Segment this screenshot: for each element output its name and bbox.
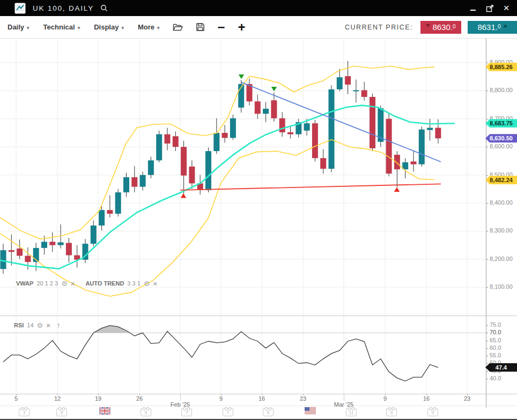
candle-body <box>230 118 236 138</box>
remove-indicator-icon[interactable]: × <box>71 281 75 287</box>
time-axis-label: 23 <box>464 395 470 402</box>
calendar-event-icon[interactable]: 5 <box>427 408 438 416</box>
chevron-down-icon: ▾ <box>157 25 160 31</box>
candle-body <box>411 161 417 164</box>
bollinger-lower-line <box>0 140 434 296</box>
minimize-icon[interactable] <box>469 4 477 12</box>
candle-body <box>1 250 6 269</box>
price-axis-tick <box>486 231 488 231</box>
candle-body <box>91 226 97 244</box>
time-axis-label: 16 <box>258 395 265 402</box>
popout-icon[interactable] <box>485 4 494 12</box>
candle-body <box>205 151 211 190</box>
vwap-indicator-label: VWAP 20 1 2 3 ⚙ × AUTO TREND 3 3 1 ⚙ × <box>16 280 157 287</box>
price-tag: 8,683.75 <box>485 119 517 128</box>
remove-indicator-icon[interactable]: × <box>46 322 50 328</box>
events-row-border <box>0 406 517 406</box>
remove-indicator-icon[interactable]: × <box>153 281 157 287</box>
price-chart-pane[interactable] <box>0 39 486 316</box>
candle-body <box>17 249 23 256</box>
price-axis-tick <box>486 147 488 147</box>
zoom-in-button[interactable]: + <box>238 22 246 33</box>
open-folder-icon[interactable] <box>173 23 183 32</box>
calendar-event-icon[interactable]: 11 <box>346 408 357 416</box>
grid-layer <box>0 39 486 316</box>
time-axis-label: 26 <box>136 395 143 402</box>
candle-body <box>386 119 392 174</box>
rsi-indicator-label: RSI 14 ⚙ × ↑ <box>14 321 61 329</box>
price-down-icon <box>426 24 430 27</box>
candle-body <box>189 167 195 183</box>
candle-body <box>345 76 351 85</box>
candle-body <box>337 77 343 89</box>
uk-flag-icon[interactable] <box>99 407 110 417</box>
current-price-panel: CURRENT PRICE: 8630.0 8631.0 <box>345 21 517 34</box>
rsi-axis-tick <box>486 356 488 356</box>
trading-chart-window: UK 100, DAILY × Daily▾ Technical▾ Displa… <box>0 0 517 420</box>
ask-price-badge: 8631.0 <box>468 21 517 34</box>
price-axis-tick <box>486 91 488 91</box>
rsi-axis-tick <box>486 371 488 372</box>
calendar-event-icon[interactable]: 7 <box>181 408 192 416</box>
gear-icon[interactable]: ⚙ <box>61 281 68 287</box>
menu-display[interactable]: Display▾ <box>94 23 124 31</box>
calendar-event-icon[interactable]: 5 <box>263 408 274 416</box>
candle-body <box>255 101 261 114</box>
current-price-label: CURRENT PRICE: <box>345 24 413 31</box>
calendar-event-icon[interactable]: 7 <box>223 408 233 416</box>
menu-technical[interactable]: Technical▾ <box>43 23 80 31</box>
time-axis-month-label: Mar '25 <box>334 401 353 408</box>
candle-body <box>115 192 121 214</box>
calendar-event-icon[interactable]: 8 <box>386 408 397 416</box>
candle-body <box>131 177 137 187</box>
title-bar: UK 100, DAILY × <box>0 0 517 16</box>
candle-body <box>58 242 64 245</box>
move-pane-up-icon[interactable]: ↑ <box>57 321 61 329</box>
candle-body <box>107 210 113 214</box>
chevron-down-icon: ▾ <box>78 25 80 31</box>
candle-body <box>320 158 326 169</box>
price-axis-tick <box>486 119 488 119</box>
candle-body <box>370 97 375 148</box>
rsi-axis-tick <box>486 333 488 333</box>
price-axis-label: 8,300.00 <box>490 227 513 234</box>
gear-icon[interactable]: ⚙ <box>144 281 150 287</box>
calendar-event-icon[interactable]: 3 <box>19 408 29 416</box>
pane-separator[interactable] <box>0 316 517 316</box>
candle-body <box>49 242 55 245</box>
rsi-line <box>3 326 438 381</box>
gear-icon[interactable]: ⚙ <box>37 322 43 328</box>
rsi-axis-label: 65.0 <box>490 337 501 343</box>
rsi-chart-pane[interactable] <box>0 316 486 394</box>
close-icon[interactable]: × <box>502 4 511 12</box>
candle-body <box>66 243 72 255</box>
rsi-axis-label: 75.0 <box>490 321 501 328</box>
menu-more[interactable]: More▾ <box>138 23 160 31</box>
us-flag-icon[interactable] <box>305 407 316 417</box>
candle-body <box>353 90 359 91</box>
candle-body <box>222 133 228 138</box>
candle-body <box>41 242 47 248</box>
rsi-axis-label: 60.0 <box>490 344 501 351</box>
price-axis-tick <box>486 203 488 204</box>
rsi-axis-label: 70.0 <box>490 329 501 335</box>
candle-body <box>435 128 441 139</box>
rsi-overbought-fill <box>3 326 438 381</box>
zoom-out-button[interactable]: − <box>218 22 225 33</box>
calendar-event-icon[interactable]: 6 <box>141 408 151 416</box>
chevron-down-icon: ▾ <box>27 25 29 31</box>
save-icon[interactable] <box>196 22 205 32</box>
candle-body <box>312 123 318 158</box>
candle-body <box>287 132 293 134</box>
search-icon[interactable] <box>100 4 108 12</box>
price-axis-label: 8,100.00 <box>490 283 513 290</box>
price-axis-tick <box>486 63 488 63</box>
calendar-event-icon[interactable]: 9 <box>56 408 67 416</box>
price-tag: 8,885.26 <box>485 63 517 71</box>
rsi-axis-tick <box>486 341 488 341</box>
menu-timeframe[interactable]: Daily▾ <box>8 23 29 31</box>
toolbar: Daily▾ Technical▾ Display▾ More▾ − + CUR… <box>0 16 517 39</box>
rsi-axis-tick <box>486 379 488 379</box>
candle-body <box>173 136 179 147</box>
candle-body <box>279 118 285 132</box>
